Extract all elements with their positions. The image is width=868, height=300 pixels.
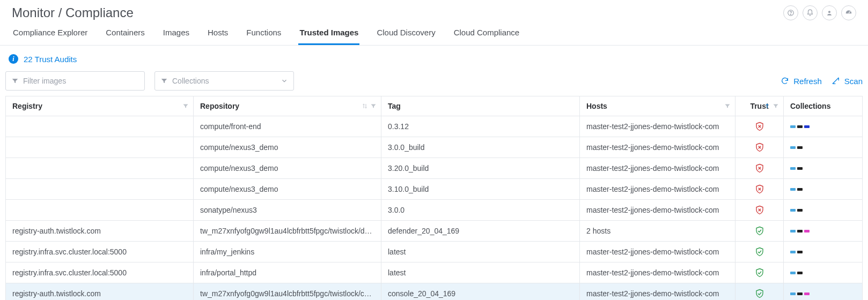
trust-audits-link[interactable]: 22 Trust Audits <box>24 55 77 64</box>
refresh-label: Refresh <box>793 77 822 86</box>
cell-registry <box>6 179 194 199</box>
shield-x-icon <box>755 142 764 152</box>
filter-icon[interactable] <box>182 103 189 109</box>
tab-hosts[interactable]: Hosts <box>207 28 229 45</box>
cell-trust <box>735 179 784 199</box>
cell-tag: 0.3.12 <box>381 116 580 137</box>
col-trust[interactable]: Trust <box>735 96 784 116</box>
collection-chip <box>804 125 810 128</box>
user-icon[interactable] <box>822 5 837 20</box>
shield-x-icon <box>755 205 764 215</box>
tabs: Compliance ExplorerContainersImagesHosts… <box>0 20 868 46</box>
cell-tag: latest <box>381 262 580 283</box>
scan-icon <box>832 77 840 85</box>
cell-repository: compute/nexus3_demo <box>194 158 381 178</box>
help-icon[interactable] <box>783 5 798 20</box>
cell-hosts: master-test2-jjones-demo-twistlock-com <box>580 158 735 178</box>
sort-asc-icon[interactable] <box>764 103 770 109</box>
collection-chip <box>797 209 803 212</box>
cell-hosts: master-test2-jjones-demo-twistlock-com <box>580 200 735 220</box>
cell-registry <box>6 116 194 137</box>
collection-chip <box>804 292 810 295</box>
tab-functions[interactable]: Functions <box>245 28 282 45</box>
table-row[interactable]: compute/nexus3_demo3.10.0_buildmaster-te… <box>6 179 862 200</box>
col-hosts-label: Hosts <box>586 102 607 110</box>
cell-collections <box>784 137 848 158</box>
table-row[interactable]: registry.infra.svc.cluster.local:5000inf… <box>6 262 862 283</box>
page-title: Monitor / Compliance <box>12 5 134 20</box>
filter-icon[interactable] <box>370 103 377 109</box>
collection-chip <box>797 188 803 191</box>
collection-chip <box>797 146 803 149</box>
cell-tag: 3.0.0 <box>381 200 580 220</box>
table-row[interactable]: sonatype/nexus33.0.0master-test2-jjones-… <box>6 200 862 221</box>
col-repository-label: Repository <box>200 102 239 110</box>
cell-hosts: master-test2-jjones-demo-twistlock-com <box>580 242 735 262</box>
tab-compliance-explorer[interactable]: Compliance Explorer <box>12 28 89 45</box>
cell-collections <box>784 242 848 262</box>
cell-trust <box>735 137 784 158</box>
col-tag[interactable]: Tag <box>381 96 580 116</box>
svg-point-2 <box>828 11 830 13</box>
filter-icon[interactable] <box>724 103 731 109</box>
col-collections[interactable]: Collections <box>784 96 848 116</box>
collection-chip <box>790 125 796 128</box>
filter-collections-select[interactable]: Collections <box>155 71 294 91</box>
collection-chip <box>790 230 796 232</box>
bell-icon[interactable] <box>803 5 818 20</box>
table-row[interactable]: compute/front-end0.3.12master-test2-jjon… <box>6 116 862 137</box>
tab-trusted-images[interactable]: Trusted Images <box>298 28 359 45</box>
table-row[interactable]: registry-auth.twistlock.comtw_m27xnfyofg… <box>6 221 862 242</box>
filter-images-placeholder: Filter images <box>23 77 139 85</box>
cell-collections <box>784 200 848 220</box>
collection-chip <box>804 230 810 232</box>
shield-check-icon <box>755 247 764 257</box>
cell-trust <box>735 283 784 300</box>
collection-chip <box>790 209 796 212</box>
tab-cloud-compliance[interactable]: Cloud Compliance <box>453 28 521 45</box>
collection-chip <box>790 292 796 295</box>
cell-registry: registry-auth.twistlock.com <box>6 221 194 241</box>
cell-hosts: master-test2-jjones-demo-twistlock-com <box>580 137 735 158</box>
col-registry[interactable]: Registry <box>6 96 194 116</box>
cell-trust <box>735 158 784 178</box>
refresh-button[interactable]: Refresh <box>781 77 822 86</box>
filter-images-input[interactable]: Filter images <box>5 71 145 91</box>
cell-collections <box>784 262 848 283</box>
cell-collections <box>784 283 848 300</box>
dashboard-icon[interactable] <box>841 5 856 20</box>
cell-registry: registry.infra.svc.cluster.local:5000 <box>6 242 194 262</box>
collection-chip <box>797 125 803 128</box>
col-repository[interactable]: Repository <box>194 96 381 116</box>
sort-icon[interactable] <box>362 103 368 109</box>
table-row[interactable]: compute/nexus3_demo3.20.0_buildmaster-te… <box>6 158 862 179</box>
scan-button[interactable]: Scan <box>832 77 863 86</box>
table-row[interactable]: registry-auth.twistlock.comtw_m27xnfyofg… <box>6 283 862 300</box>
tab-cloud-discovery[interactable]: Cloud Discovery <box>376 28 436 45</box>
cell-tag: 3.10.0_build <box>381 179 580 199</box>
tab-images[interactable]: Images <box>162 28 190 45</box>
col-collections-label: Collections <box>790 102 830 110</box>
cell-trust <box>735 262 784 283</box>
cell-repository: compute/front-end <box>194 116 381 137</box>
col-hosts[interactable]: Hosts <box>580 96 735 116</box>
cell-registry <box>6 158 194 178</box>
refresh-icon <box>781 77 789 85</box>
cell-trust <box>735 200 784 220</box>
cell-tag: 3.0.0_build <box>381 137 580 158</box>
tab-containers[interactable]: Containers <box>105 28 146 45</box>
shield-x-icon <box>755 184 764 194</box>
table-row[interactable]: registry.infra.svc.cluster.local:5000inf… <box>6 242 862 262</box>
table-row[interactable]: compute/nexus3_demo3.0.0_buildmaster-tes… <box>6 137 862 158</box>
cell-tag: console_20_04_169 <box>381 283 580 300</box>
cell-registry: registry.infra.svc.cluster.local:5000 <box>6 262 194 283</box>
filter-icon[interactable] <box>773 103 779 109</box>
collection-chip <box>790 251 796 253</box>
info-icon: i <box>9 54 18 64</box>
collection-chip <box>797 292 803 295</box>
cell-trust <box>735 242 784 262</box>
col-tag-label: Tag <box>388 102 401 110</box>
svg-point-1 <box>791 14 791 14</box>
cell-repository: sonatype/nexus3 <box>194 200 381 220</box>
table-header: Registry Repository Tag Hosts Trust <box>6 96 862 116</box>
